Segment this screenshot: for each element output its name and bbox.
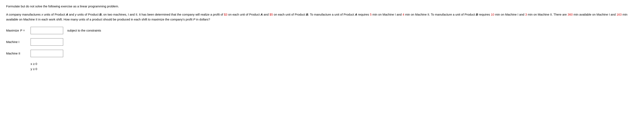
problem-part11: min on Machine I and bbox=[372, 13, 402, 16]
problem-part5: , on two machines, I and II. It has been… bbox=[102, 13, 224, 16]
num5: 360 bbox=[568, 13, 573, 16]
prod-a3: A bbox=[355, 13, 357, 16]
price2: $5 bbox=[270, 13, 273, 16]
problem-part9: . To manufacture a unit of Product bbox=[308, 13, 355, 16]
num6: 163 bbox=[616, 13, 622, 16]
constraint1: x ≥ 0 bbox=[30, 61, 638, 67]
constraint2: y ≥ 0 bbox=[30, 66, 638, 72]
prod-a2: A bbox=[260, 13, 263, 16]
machine2-label: Machine II bbox=[6, 52, 30, 55]
maximize-input[interactable] bbox=[30, 27, 63, 34]
problem-part8: on each unit of Product bbox=[273, 13, 306, 16]
maximize-label: Maximize bbox=[6, 29, 19, 32]
problem-part12: min on Machine II. To manufacture a unit… bbox=[404, 13, 476, 16]
intro-text: Formulate but do not solve the following… bbox=[6, 4, 638, 9]
problem-part14: min on Machine I and bbox=[494, 13, 525, 16]
problem-part15: min on Machine II. There are bbox=[527, 13, 568, 16]
var-p: P bbox=[193, 18, 195, 21]
problem-part10: requires bbox=[357, 13, 370, 16]
machine2-row: Machine II bbox=[6, 50, 638, 57]
subject-to-text: subject to the constraints bbox=[67, 29, 101, 32]
machine1-input[interactable] bbox=[30, 38, 63, 46]
constraints-section: x ≥ 0 y ≥ 0 bbox=[30, 61, 638, 72]
problem-part3: and bbox=[68, 13, 75, 16]
form-section: Maximize P = subject to the constraints … bbox=[6, 27, 638, 72]
problem-part13: requires bbox=[478, 13, 491, 16]
problem-part1: A company manufactures bbox=[6, 13, 41, 16]
prod-b: B bbox=[100, 13, 102, 16]
problem-part4: units of Product bbox=[76, 13, 100, 16]
problem-part6: on each unit of Product bbox=[228, 13, 261, 16]
p-eq-label: P = bbox=[20, 29, 25, 32]
maximize-row: Maximize P = subject to the constraints bbox=[6, 27, 638, 34]
num3: 10 bbox=[491, 13, 494, 16]
machine1-row: Machine I bbox=[6, 38, 638, 46]
var-x: x bbox=[41, 13, 43, 16]
num4: 3 bbox=[525, 13, 527, 16]
problem-description: A company manufactures x units of Produc… bbox=[6, 12, 638, 22]
problem-part2: units of Product bbox=[43, 13, 66, 16]
problem-part18: in dollars? bbox=[195, 18, 210, 21]
maximize-label-col: Maximize P = bbox=[6, 29, 30, 32]
price1: $3 bbox=[224, 13, 228, 16]
prod-b2: B bbox=[306, 13, 308, 16]
machine2-input[interactable] bbox=[30, 50, 63, 57]
problem-part16: min available on Machine I and bbox=[573, 13, 616, 16]
machine1-label: Machine I bbox=[6, 40, 30, 44]
prod-b3: B bbox=[476, 13, 478, 16]
problem-part7: and bbox=[263, 13, 270, 16]
prod-a: A bbox=[66, 13, 68, 16]
